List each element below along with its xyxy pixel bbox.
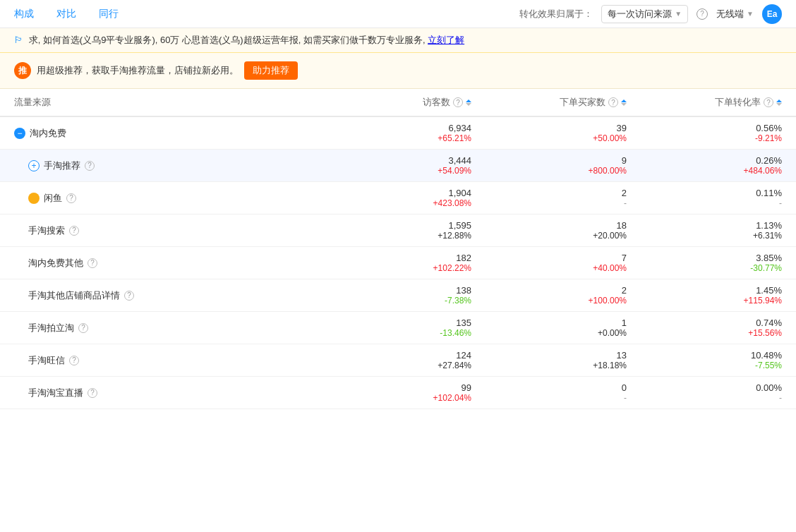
table-row: 手淘搜索 ? 1,595 +12.88% 18 +20.00% 1.13% +6… [0, 214, 796, 247]
row-source-name: 手淘淘宝直播 [28, 387, 83, 399]
table-body: − 淘内免费 6,934 +65.21% 39 +50.00% 0.56% -9… [0, 117, 796, 409]
row-label: 手淘淘宝直播 ? [14, 387, 316, 399]
row-visitors-value: 1,904 [448, 188, 471, 198]
row-buyers-cell: 1 +0.00% [471, 318, 627, 338]
plus-icon[interactable]: + [28, 160, 40, 171]
row-buyers-cell: 18 +20.00% [471, 220, 627, 241]
user-avatar[interactable]: Ea [762, 4, 782, 24]
row-buyers-change: +50.00% [593, 133, 627, 143]
attribution-label: 转化效果归属于： [519, 8, 593, 20]
conversion-info-icon[interactable]: ? [764, 97, 773, 107]
row-buyers-cell: 13 +18.18% [471, 350, 627, 370]
row-buyers-value: 18 [617, 220, 627, 231]
row-source-name: 闲鱼 [44, 192, 62, 205]
row-visitors-change: +27.84% [438, 361, 471, 370]
row-info-icon[interactable]: ? [66, 193, 76, 203]
row-conversion-change: - [779, 198, 782, 208]
row-visitors-value: 6,934 [448, 123, 471, 133]
sort-down-arrow3 [776, 103, 782, 106]
table-row: 手淘淘宝直播 ? 99 +102.04% 0 - 0.00% - [0, 377, 796, 409]
row-info-icon[interactable]: ? [69, 356, 79, 365]
tab-composition[interactable]: 构成 [14, 1, 34, 28]
conversion-sort-icon[interactable] [776, 99, 782, 106]
visitors-sort-icon[interactable] [466, 99, 471, 106]
row-label: 手淘搜索 ? [14, 224, 316, 237]
promo-icon: 推 [14, 62, 31, 79]
row-visitors-change: -7.38% [445, 296, 471, 306]
row-visitors-value: 3,444 [448, 155, 471, 166]
row-conversion-value: 0.00% [756, 382, 782, 393]
row-info-icon[interactable]: ? [69, 226, 79, 236]
col-label-buyers: 下单买家数 [560, 96, 605, 109]
row-conversion-value: 0.56% [756, 123, 782, 133]
row-conversion-cell: 0.00% - [627, 382, 782, 403]
sort-down-arrow2 [621, 103, 627, 106]
nav-right: 转化效果归属于： 每一次访问来源 ▼ ? 无线端 ▼ Ea [519, 4, 782, 24]
row-buyers-cell: 2 - [471, 188, 627, 208]
buyers-info-icon[interactable]: ? [608, 97, 618, 107]
row-buyers-value: 13 [617, 350, 627, 361]
row-label: 闲鱼 ? [14, 192, 316, 205]
row-info-icon[interactable]: ? [88, 388, 97, 398]
row-conversion-change: -9.21% [755, 133, 782, 143]
buyers-sort-icon[interactable] [621, 99, 627, 106]
visitors-info-icon[interactable]: ? [453, 97, 463, 107]
row-conversion-value: 1.13% [756, 220, 782, 231]
row-info-icon[interactable]: ? [88, 258, 97, 268]
row-buyers-change: +18.18% [593, 361, 627, 370]
row-visitors-value: 135 [456, 318, 471, 328]
tab-peers[interactable]: 同行 [99, 1, 119, 28]
row-label: − 淘内免费 [14, 127, 316, 140]
promo-button[interactable]: 助力推荐 [244, 61, 298, 80]
promo-text: 用超级推荐，获取手淘推荐流量，店铺拉新必用。 [37, 64, 239, 77]
row-conversion-change: +115.94% [744, 296, 782, 306]
row-buyers-change: +800.00% [589, 166, 627, 176]
wireless-button[interactable]: 无线端 ▼ [716, 8, 754, 20]
table-row: 手淘旺信 ? 124 +27.84% 13 +18.18% 10.48% -7.… [0, 344, 796, 377]
table-row: 淘内免费其他 ? 182 +102.22% 7 +40.00% 3.85% -3… [0, 247, 796, 279]
help-icon[interactable]: ? [696, 8, 708, 20]
row-label: 手淘其他店铺商品详情 ? [14, 289, 316, 302]
row-buyers-value: 39 [617, 123, 627, 133]
row-visitors-change: -13.46% [440, 328, 471, 338]
row-conversion-cell: 1.13% +6.31% [627, 220, 782, 241]
row-visitors-change: +423.08% [433, 198, 471, 208]
col-label-conversion: 下单转化率 [715, 96, 761, 109]
row-visitors-cell: 6,934 +65.21% [316, 123, 471, 143]
row-visitors-cell: 1,595 +12.88% [316, 220, 471, 241]
attribution-select[interactable]: 每一次访问来源 ▼ [601, 5, 688, 23]
minus-icon[interactable]: − [14, 128, 25, 139]
table-row: + 手淘推荐 ? 3,444 +54.09% 9 +800.00% 0.26% … [0, 150, 796, 182]
row-info-icon[interactable]: ? [124, 291, 134, 301]
row-info-icon[interactable]: ? [85, 161, 95, 171]
row-label: 手淘旺信 ? [14, 354, 316, 367]
row-conversion-cell: 0.11% - [627, 188, 782, 208]
row-buyers-value: 7 [622, 253, 627, 263]
row-conversion-cell: 0.74% +15.56% [627, 318, 782, 338]
tab-compare[interactable]: 对比 [56, 1, 76, 28]
row-source-name: 手淘推荐 [44, 159, 80, 172]
row-conversion-value: 0.74% [756, 318, 782, 328]
row-conversion-cell: 10.48% -7.55% [627, 350, 782, 370]
table-row: 闲鱼 ? 1,904 +423.08% 2 - 0.11% - [0, 182, 796, 214]
col-header-source: 流量来源 [14, 96, 316, 109]
row-buyers-cell: 39 +50.00% [471, 123, 627, 143]
alert-flag-icon: 🏳 [14, 35, 23, 45]
row-visitors-cell: 138 -7.38% [316, 285, 471, 306]
row-buyers-value: 1 [622, 318, 627, 328]
row-buyers-cell: 0 - [471, 382, 627, 403]
wireless-caret-icon: ▼ [747, 10, 754, 18]
row-visitors-cell: 1,904 +423.08% [316, 188, 471, 208]
row-visitors-value: 124 [456, 350, 471, 361]
row-visitors-cell: 99 +102.04% [316, 382, 471, 403]
row-conversion-cell: 0.26% +484.06% [627, 155, 782, 176]
table-header: 流量来源 访客数 ? 下单买家数 ? 下单转化率 ? [0, 89, 796, 117]
row-visitors-cell: 135 -13.46% [316, 318, 471, 338]
alert-link[interactable]: 立刻了解 [428, 35, 464, 45]
row-visitors-cell: 3,444 +54.09% [316, 155, 471, 176]
row-buyers-value: 9 [622, 155, 627, 166]
row-label: + 手淘推荐 ? [14, 159, 316, 172]
row-buyers-change: +0.00% [598, 328, 627, 338]
col-header-buyers: 下单买家数 ? [471, 96, 627, 109]
row-info-icon[interactable]: ? [78, 323, 88, 333]
